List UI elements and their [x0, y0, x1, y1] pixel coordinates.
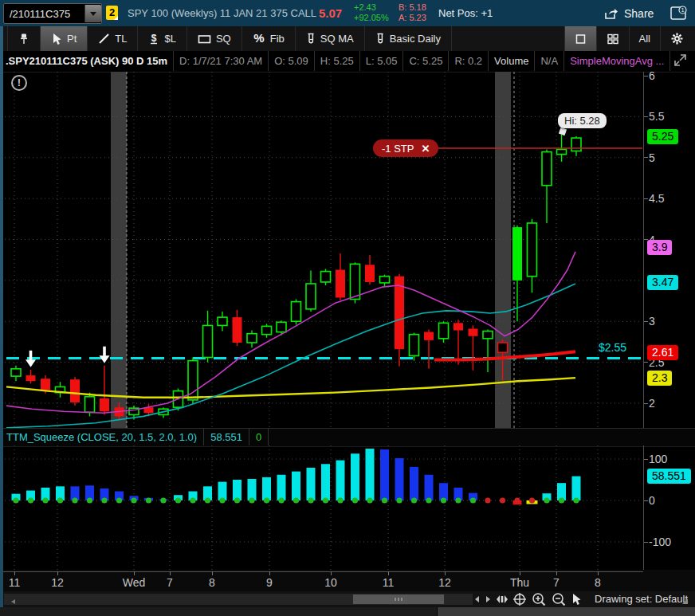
cursor-icon: [51, 33, 62, 45]
time-axis-tick: [331, 571, 332, 575]
ttm-squeeze-histogram[interactable]: [0, 445, 643, 570]
candle: [571, 138, 581, 151]
ttm-histogram-bar: [395, 458, 404, 500]
ttm-squeeze-dot: [278, 497, 284, 503]
ttm-squeeze-dot: [352, 497, 358, 503]
stop-order-tag[interactable]: -1 STP ✕: [373, 139, 438, 157]
ttm-squeeze-dot: [234, 497, 240, 503]
horizontal-line-price-label: $2.55: [599, 341, 626, 354]
change-value: +2.43: [354, 2, 389, 13]
chart-header-cell-9: SimpleMovingAvg ...: [564, 51, 670, 71]
price-bubble-3.9: 3.9: [647, 240, 672, 255]
ttm-squeeze-dot: [205, 497, 210, 503]
toolbar-button-sq[interactable]: SQ: [187, 26, 242, 51]
ttm-axis-tick: [644, 459, 648, 460]
toolbar-button-pt[interactable]: Pt: [41, 26, 88, 51]
toolbar-button-single-cell[interactable]: [564, 26, 596, 51]
pointer-tool-icon[interactable]: [571, 593, 582, 606]
time-axis-tick: [14, 571, 15, 575]
price-axis[interactable]: 65.554.5432.525.253.93.472.612.3: [643, 72, 695, 428]
zoom-in-icon[interactable]: [531, 592, 547, 607]
drawing-set-expand-icon[interactable]: [682, 598, 688, 604]
time-axis-label: 10: [324, 576, 337, 589]
candle: [306, 284, 316, 309]
candle: [262, 326, 272, 334]
svg-text:%: %: [253, 33, 264, 45]
ttm-squeeze-dot: [190, 497, 195, 503]
ttm-squeeze-dot: [293, 497, 299, 503]
time-axis-tick: [212, 571, 213, 575]
time-axis-tick: [388, 571, 389, 575]
trendline-icon: [98, 33, 110, 45]
time-axis-label: 7: [167, 576, 173, 589]
symbol-dropdown-button[interactable]: [84, 5, 101, 22]
ttm-squeeze-dot: [367, 497, 372, 503]
ttm-squeeze-dot: [323, 497, 328, 503]
ask-value: A: 5.23: [399, 13, 426, 23]
candle: [557, 149, 567, 154]
ttm-squeeze-dot: [426, 497, 431, 503]
drawing-set-selector[interactable]: Drawing set: Default: [595, 591, 688, 607]
ttm-axis-tick: [644, 542, 648, 543]
ttm-squeeze-dot: [57, 497, 63, 503]
cancel-order-icon[interactable]: ✕: [421, 143, 430, 155]
candle: [100, 398, 109, 411]
crosshair-tool-icon[interactable]: [512, 592, 527, 606]
share-label: Share: [624, 7, 654, 20]
chart-header-cell-1: D: 1/7/21 7:30 AM: [174, 51, 269, 71]
candle: [439, 323, 449, 339]
ttm-squeeze-value: 58.551: [204, 429, 249, 445]
candle: [203, 325, 213, 357]
share-button[interactable]: Share: [604, 0, 654, 26]
ttm-squeeze-dot: [308, 497, 313, 503]
time-axis-label: 11: [383, 576, 395, 589]
scroll-left-icon[interactable]: [11, 599, 15, 604]
chart-cursor-mode-icon[interactable]: [673, 53, 687, 67]
toolbar-button-all[interactable]: All: [629, 26, 660, 51]
change-percent: +92.05%: [354, 13, 389, 23]
candle: [395, 277, 404, 349]
window-panel-button[interactable]: 1: [670, 6, 686, 20]
toolbar-button-label: SQ: [216, 33, 231, 45]
toolbar-button-gear[interactable]: [660, 26, 693, 51]
price-axis-tick: [644, 76, 648, 77]
time-axis-line: [0, 571, 643, 572]
alert-warning-icon[interactable]: !: [11, 75, 27, 91]
candlestick-chart[interactable]: [0, 72, 643, 428]
price-bubble-3.47: 3.47: [647, 275, 678, 290]
ttm-squeeze-dot: [485, 497, 490, 503]
ttm-squeeze-dot: [514, 497, 520, 503]
pan-mode-icon[interactable]: [496, 594, 508, 605]
price-axis-tick: [644, 403, 648, 404]
toolbar-button-sq-ma[interactable]: SQ MA: [296, 26, 365, 51]
toolbar-button-tl[interactable]: TL: [88, 26, 138, 51]
candle: [292, 302, 301, 322]
zoom-out-icon[interactable]: [551, 592, 567, 607]
time-axis[interactable]: 1112Wed789101112Thu78: [0, 570, 695, 591]
link-group-badge[interactable]: 2: [106, 6, 118, 20]
toolbar-button-basic-daily[interactable]: Basic Daily: [365, 26, 452, 51]
chart-header-cell-5: C: 5.25: [403, 51, 449, 71]
ttm-histogram-bar: [572, 477, 581, 500]
rectangle-icon: [198, 33, 211, 45]
candle: [26, 375, 36, 381]
ttm-axis[interactable]: 1000-10058.551: [643, 445, 695, 570]
step-right-icon[interactable]: [485, 594, 492, 604]
candle: [469, 328, 478, 335]
symbol-input[interactable]: /210111C375: [3, 3, 102, 24]
candle: [454, 323, 463, 330]
toolbar-button-pin[interactable]: [7, 26, 41, 51]
ttm-squeeze-dot: [500, 497, 505, 503]
step-left-icon[interactable]: [473, 594, 481, 604]
bottom-panel-scrollbar[interactable]: [437, 607, 695, 616]
ttm-histogram-bar: [262, 477, 271, 500]
toolbar-button-fib[interactable]: %Fib: [242, 26, 296, 51]
toolbar-button-$l[interactable]: $$L: [138, 26, 187, 51]
toolbar-button-grid[interactable]: [596, 26, 629, 51]
chart-status-bar: Drawing set: Default: [0, 591, 695, 607]
candle: [321, 272, 331, 282]
price-axis-tick: [644, 321, 648, 322]
chart-header-cell-3: H: 5.25: [315, 51, 360, 71]
symbol-input-value[interactable]: /210111C375: [4, 8, 84, 20]
net-position: Net Pos: +1: [438, 0, 493, 26]
